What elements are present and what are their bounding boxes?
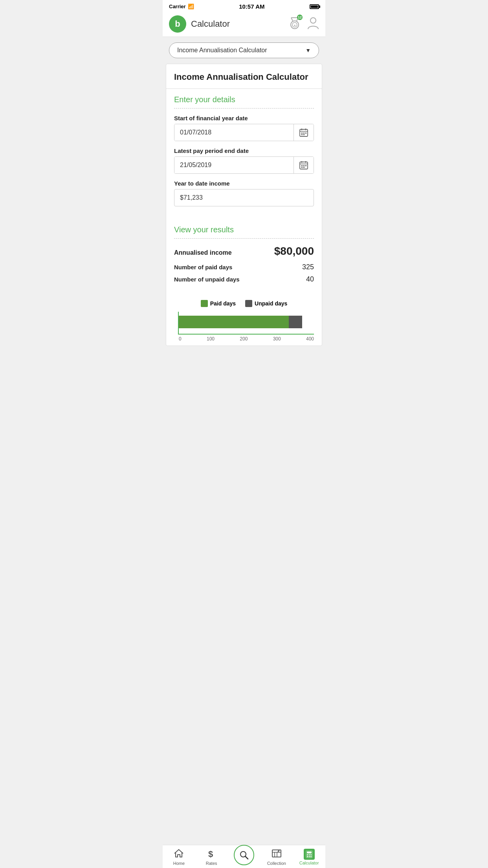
carrier-label: Carrier [169,4,186,9]
end-date-input-wrapper [174,156,314,174]
achievement-icon-button[interactable]: ★ 12 [288,16,301,32]
paid-days-bar [179,316,289,328]
chart-axis: 0100200300400 [178,335,314,342]
chart-legend: Paid days Unpaid days [174,300,314,307]
app-logo: b [169,15,186,33]
status-right [310,4,319,9]
unpaid-days-label: Number of unpaid days [174,276,240,283]
axis-label-3: 300 [273,336,281,342]
end-date-input[interactable] [174,157,294,173]
unpaid-days-legend-color [245,300,252,307]
section-divider-1 [174,108,314,108]
ytd-income-label: Year to date income [174,180,314,187]
header-icons: ★ 12 [288,16,319,32]
svg-rect-23 [301,167,303,168]
svg-rect-22 [305,165,306,166]
svg-rect-12 [303,132,305,134]
chart-bars [178,312,314,335]
status-left: Carrier 📶 [169,4,194,9]
wifi-icon: 📶 [188,4,194,9]
app-header: b Calculator ★ 12 [163,11,325,37]
axis-label-2: 200 [240,336,248,342]
unpaid-days-bar [289,316,302,328]
chart-container: 0100200300400 [174,312,314,342]
paid-days-legend: Paid days [201,300,236,307]
calculator-selector-container: Income Annualisation Calculator ▼ [163,37,325,64]
paid-days-row: Number of paid days 325 [174,263,314,271]
axis-label-0: 0 [179,336,182,342]
battery-icon [310,4,319,9]
unpaid-days-legend-label: Unpaid days [255,300,287,307]
annualised-income-label: Annualised income [174,249,232,256]
axis-label-4: 400 [306,336,314,342]
svg-line-2 [291,18,293,21]
status-bar: Carrier 📶 10:57 AM [163,0,325,11]
svg-rect-14 [301,134,303,135]
paid-days-value: 325 [302,263,314,271]
section-divider-2 [174,238,314,239]
start-date-label: Start of financial year date [174,115,314,121]
header-left: b Calculator [169,15,230,33]
svg-point-6 [310,18,316,23]
unpaid-days-row: Number of unpaid days 40 [174,275,314,283]
enter-details-heading: Enter your details [174,95,314,104]
chevron-down-icon: ▼ [305,47,311,53]
chart-bar-row [179,316,314,328]
achievement-badge: 12 [297,15,303,20]
svg-rect-21 [303,165,305,166]
svg-rect-24 [303,167,305,168]
start-date-input-wrapper [174,124,314,141]
enter-details-section: Enter your details Start of financial ye… [166,89,322,219]
start-date-calendar-button[interactable] [294,124,314,141]
paid-days-label: Number of paid days [174,264,232,270]
selector-text: Income Annualisation Calculator [177,47,267,54]
svg-rect-11 [301,132,303,134]
start-date-input[interactable] [174,124,294,141]
end-date-label: Latest pay period end date [174,147,314,154]
paid-days-legend-label: Paid days [210,300,236,307]
chart-section: Paid days Unpaid days 0100200300400 [166,294,322,346]
paid-days-legend-color [201,300,208,307]
profile-icon-button[interactable] [307,17,319,31]
axis-label-1: 100 [207,336,215,342]
svg-text:★: ★ [294,24,296,27]
app-title: Calculator [191,19,230,29]
svg-rect-20 [301,165,303,166]
calc-title: Income Annualisation Calculator [174,72,314,82]
view-results-section: View your results Annualised income $80,… [166,219,322,294]
annualised-income-value: $80,000 [274,245,314,257]
end-date-calendar-button[interactable] [294,157,314,173]
calculator-card: Income Annualisation Calculator Enter yo… [166,64,322,346]
ytd-income-input[interactable] [174,189,314,206]
status-time: 10:57 AM [239,3,264,10]
svg-rect-15 [303,134,305,135]
calc-title-section: Income Annualisation Calculator [166,64,322,89]
svg-rect-13 [305,132,306,134]
unpaid-days-value: 40 [306,275,314,283]
unpaid-days-legend: Unpaid days [245,300,287,307]
calculator-selector[interactable]: Income Annualisation Calculator ▼ [169,42,319,58]
view-results-heading: View your results [174,225,314,234]
annualised-income-row: Annualised income $80,000 [174,245,314,257]
